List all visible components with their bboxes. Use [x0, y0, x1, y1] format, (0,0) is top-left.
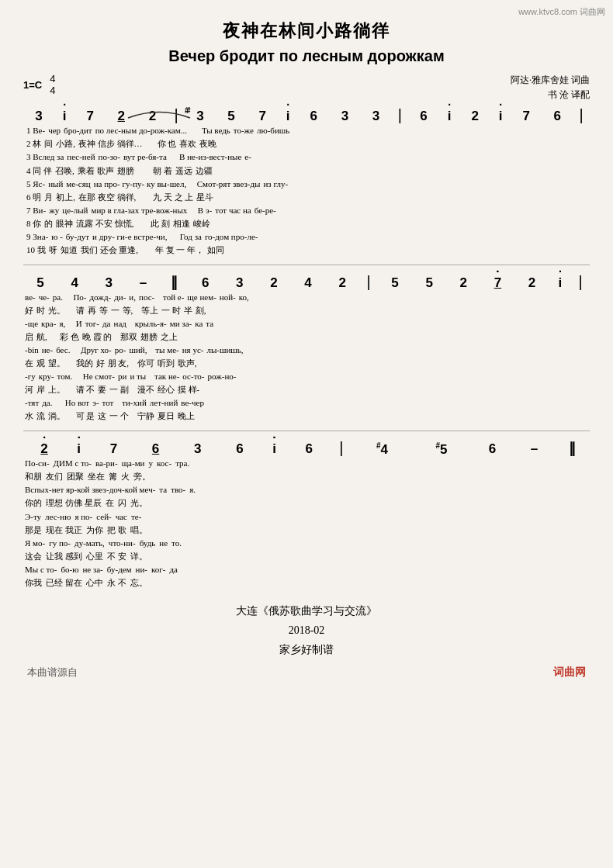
notation-row-3: 2 · i · 7 6 3 6 i · 6 | #4 #5 6	[23, 439, 590, 457]
lyric: ный	[48, 178, 63, 191]
lyric: 如同	[207, 244, 224, 257]
lyric: 1 Ве-	[26, 124, 45, 137]
note: 3	[223, 273, 257, 291]
note: 2	[514, 273, 549, 291]
key-signature: 1=C 4 4	[23, 73, 55, 96]
section-3: 2 · i · 7 6 3 6 i · 6 | #4 #5 6	[23, 439, 590, 589]
lyric: 2 林	[26, 137, 41, 150]
lyric: то-же	[234, 124, 254, 137]
lyric	[141, 244, 152, 257]
lyric	[137, 217, 148, 230]
section-divider-1	[23, 265, 590, 265]
lyric: на про- гу-пу- ку вы-шел,	[94, 178, 187, 191]
watermark: www.ktvc8.com 词曲网	[518, 6, 605, 18]
note: 3	[329, 106, 360, 124]
lyric: 流露 不安 惊慌,	[76, 217, 133, 230]
lyrics-section-1: 1 Ве- чер бро-дит по лес-ным до-рож-кам.…	[23, 124, 590, 256]
lyric	[190, 124, 199, 137]
note: 6	[134, 439, 176, 457]
lyric: 知道	[61, 244, 78, 257]
lyric: 乘着 歌声	[78, 164, 114, 178]
note: i ·	[261, 439, 288, 457]
page: www.ktvc8.com 词曲网 夜神在林间小路徜徉 Вечер бродит…	[0, 0, 613, 868]
note: 5	[23, 273, 57, 291]
note: i	[439, 106, 459, 124]
lyric: 翅膀	[117, 164, 134, 178]
footer-bottom-left: 本曲谱源自	[27, 666, 78, 680]
note: 6	[189, 273, 223, 291]
lyric: це-лый	[62, 204, 88, 217]
lyric: 边疆	[196, 164, 213, 178]
note: 4	[57, 273, 92, 291]
lyric: бро-дит	[64, 124, 92, 137]
lyric	[170, 150, 176, 164]
footer-line-3: 家乡好制谱	[23, 640, 590, 659]
lyric	[139, 191, 150, 204]
note: 6	[471, 439, 513, 457]
footer-line-2: 2018-02	[23, 621, 590, 640]
lyric	[190, 204, 195, 217]
lyric: 3 Вслед за	[26, 150, 64, 164]
lyric: го-дом про-ле-	[205, 230, 258, 244]
key-label: 1=C	[23, 79, 42, 91]
bar-line: |	[392, 106, 408, 124]
lyric: 6 明	[26, 191, 41, 204]
section-1: 3 i 7 2 2 | 3# 5 7 i 6 3 3 | 6 i 2 i 7 6	[23, 106, 590, 256]
notation-row-1: 3 i 7 2 2 | 3# 5 7 i 6 3 3 | 6 i 2 i 7 6	[23, 106, 590, 124]
note: 2	[106, 106, 137, 124]
footer-bottom-right: 词曲网	[553, 666, 586, 680]
lyric: 召唤,	[55, 164, 74, 178]
lyric: 年 复 一 年，	[155, 244, 204, 257]
lyric: Смот-рят звез-ды	[197, 178, 261, 191]
lyric: 9 Зна-	[26, 230, 48, 244]
note: 3	[177, 439, 219, 457]
note: i ·	[65, 439, 92, 457]
lyric: 呀	[49, 244, 57, 257]
note: 7	[247, 106, 278, 124]
lyric: Ты ведь	[202, 124, 230, 137]
lyric	[146, 137, 154, 150]
lyric: 4 同 伴	[26, 164, 52, 178]
lyric	[137, 164, 151, 178]
note: 6	[408, 106, 439, 124]
bar-line: |	[571, 273, 590, 291]
chinese-title: 夜神在林间小路徜徉	[23, 19, 590, 43]
lyric: бе-ре-	[255, 204, 276, 217]
note: i	[490, 106, 511, 124]
lyric: 喜欢	[179, 137, 196, 150]
note: –	[514, 439, 556, 457]
note: #4	[352, 439, 412, 457]
lyric: бу-дут	[66, 230, 89, 244]
header-row: 1=C 4 4 阿达·雅库舍娃 词曲 书 沧 译配	[23, 73, 590, 102]
note: 5	[378, 273, 412, 291]
lyric: 小路,	[56, 137, 75, 150]
note: i	[54, 106, 74, 124]
footer-bottom: 本曲谱源自 词曲网	[23, 666, 590, 680]
lyric: ю -	[51, 230, 63, 244]
lyric: тот час на	[215, 204, 251, 217]
lyric: и дру- ги-е встре-чи,	[92, 230, 167, 244]
lyric: пес-ней	[67, 150, 95, 164]
lyric: по-зо-	[99, 150, 121, 164]
lyric: 遥远	[175, 164, 192, 178]
lyric: 7 Ви-	[26, 204, 46, 217]
lyric	[170, 230, 176, 244]
lyric: В э-	[198, 204, 212, 217]
note: 3	[360, 106, 391, 124]
lyric: 10 我	[26, 244, 46, 257]
lyric: 相逢	[173, 217, 190, 230]
lyric: 5 Яс-	[26, 178, 45, 191]
bar-line: ‖	[161, 273, 189, 291]
lyric: 星斗	[196, 191, 213, 204]
lyric: 间	[44, 137, 53, 150]
lyric: 8 你	[26, 217, 41, 230]
note: 6	[542, 106, 573, 124]
lyric: лю-бишь	[257, 124, 289, 137]
note: 2	[459, 106, 490, 124]
note: 2	[257, 273, 291, 291]
note: 6	[219, 439, 261, 457]
lyric: е-	[244, 150, 251, 164]
bar-line: ‖	[556, 439, 590, 457]
section-2: 5 4 3 – ‖ 6 3 2 4 2 | 5 5 2 7 · 2	[23, 273, 590, 423]
lyric: из глу-	[263, 178, 288, 191]
